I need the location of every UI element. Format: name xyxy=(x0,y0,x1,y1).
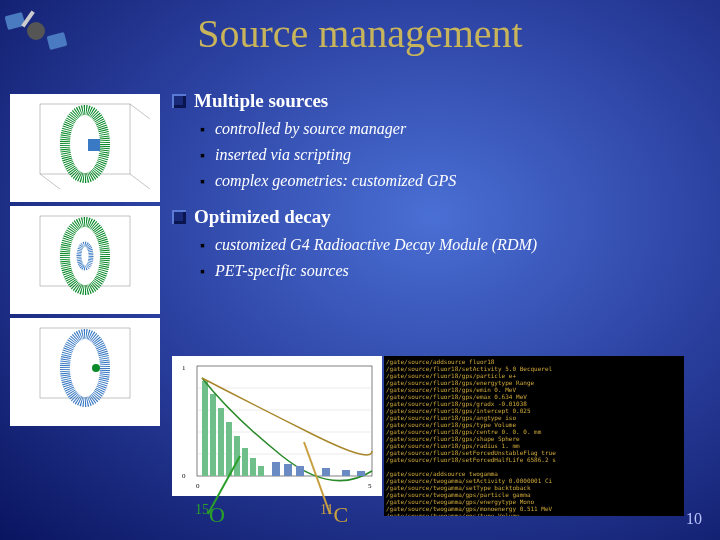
list-optimized-decay: customized G4 Radioactive Decay Module (… xyxy=(200,236,700,282)
list-item: customized G4 Radioactive Decay Module (… xyxy=(200,236,700,256)
decay-graph: 1 0 0 5 xyxy=(172,356,382,496)
svg-text:0: 0 xyxy=(182,472,186,480)
list-item: PET-specific sources xyxy=(200,262,700,282)
svg-rect-9 xyxy=(88,139,100,151)
svg-rect-23 xyxy=(218,408,224,476)
svg-rect-34 xyxy=(357,471,365,476)
isotope-o15: 15O xyxy=(195,502,225,528)
list-item: inserted via scripting xyxy=(200,146,700,166)
content-area: Multiple sources controlled by source ma… xyxy=(172,90,700,296)
svg-rect-33 xyxy=(342,470,350,476)
list-item: complex geometries: customized GPS xyxy=(200,172,700,192)
svg-rect-25 xyxy=(234,436,240,476)
svg-rect-29 xyxy=(272,462,280,476)
svg-rect-27 xyxy=(250,458,256,476)
svg-rect-4 xyxy=(40,104,130,174)
svg-rect-30 xyxy=(284,464,292,476)
svg-rect-24 xyxy=(226,422,232,476)
geometry-thumb-1 xyxy=(10,94,160,202)
slide-title: Source management xyxy=(0,10,720,57)
heading-multiple-sources: Multiple sources xyxy=(172,90,700,112)
code-listing: /gate/source/addsource fluor18 /gate/sou… xyxy=(384,356,684,516)
svg-rect-31 xyxy=(296,466,304,476)
svg-text:5: 5 xyxy=(368,482,372,490)
list-multiple-sources: controlled by source manager inserted vi… xyxy=(200,120,700,192)
svg-rect-10 xyxy=(40,216,130,286)
svg-text:0: 0 xyxy=(196,482,200,490)
svg-text:1: 1 xyxy=(182,364,186,372)
svg-point-12 xyxy=(79,244,91,268)
svg-rect-26 xyxy=(242,448,248,476)
svg-rect-32 xyxy=(322,468,330,476)
svg-rect-22 xyxy=(210,394,216,476)
geometry-thumb-3 xyxy=(10,318,160,426)
thumbnail-column xyxy=(10,94,160,426)
svg-rect-21 xyxy=(202,381,208,476)
svg-line-7 xyxy=(130,104,150,119)
page-number: 10 xyxy=(686,510,702,528)
svg-line-5 xyxy=(40,174,60,189)
svg-rect-13 xyxy=(40,328,130,398)
svg-point-15 xyxy=(92,364,100,372)
heading-optimized-decay: Optimized decay xyxy=(172,206,700,228)
isotope-c11: 11C xyxy=(320,502,348,528)
heading-text: Multiple sources xyxy=(194,90,328,112)
svg-rect-28 xyxy=(258,466,264,476)
svg-line-6 xyxy=(130,174,150,189)
heading-text: Optimized decay xyxy=(194,206,331,228)
geometry-thumb-2 xyxy=(10,206,160,314)
list-item: controlled by source manager xyxy=(200,120,700,140)
svg-point-11 xyxy=(65,222,105,290)
